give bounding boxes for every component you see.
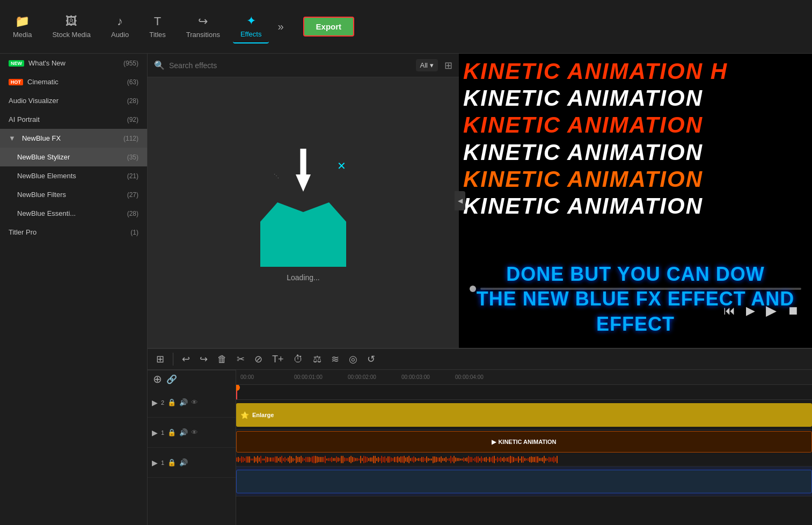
grid-icon[interactable]: ⊞ (444, 60, 452, 71)
sidebar-count-newblue-elements: (21) (127, 172, 138, 180)
clip-kinetic-label: KINETIC ANIMATION (498, 439, 556, 445)
track-volume-button-1[interactable]: 🔊 (179, 428, 188, 436)
titles-icon: T (154, 14, 161, 28)
track-lock-button-audio[interactable]: 🔒 (167, 458, 176, 466)
timeline-area: ⊞ ↩ ↪ 🗑 ✂ ⊘ T+ ⏱ ⚖ ≋ ◎ ↺ ⊕ (148, 348, 812, 525)
tl-cut-button[interactable]: ✂ (233, 352, 248, 366)
track-eye-button-1[interactable]: 👁 (191, 428, 198, 436)
track-label-1: ▶ 1 🔒 🔊 👁 (148, 418, 236, 448)
tl-redo-button[interactable]: ↪ (196, 352, 211, 366)
collapse-arrow-icon: ▼ (9, 134, 16, 142)
nav-item-effects[interactable]: ✦ Effects (233, 10, 269, 43)
sidebar-item-whats-new[interactable]: NEW What's New (955) (0, 54, 147, 72)
more-button[interactable]: » (274, 16, 287, 37)
sidebar-item-audio-visualizer[interactable]: Audio Visualizer (28) (0, 91, 147, 110)
tl-balance-button[interactable]: ⚖ (310, 352, 325, 366)
video-preview: KINETIC ANIMATION H KINETIC ANIMATION KI… (459, 54, 812, 348)
playhead[interactable] (236, 385, 237, 399)
filter-dropdown[interactable]: All ▾ (416, 59, 438, 71)
kinetic-line-5: KINETIC ANIMATION (459, 167, 812, 192)
media-icon: 📁 (15, 14, 30, 28)
filter-label: All (420, 61, 428, 69)
caption-overlay: DONE BUT YOU CAN DOW THE NEW BLUE FX EFF… (459, 262, 812, 337)
tl-loop-button[interactable]: ↺ (364, 352, 378, 366)
effects-search-bar: 🔍 All ▾ ⊞ (148, 54, 459, 77)
track-lock-button-1[interactable]: 🔒 (167, 428, 176, 436)
tl-text-button[interactable]: T+ (269, 353, 287, 366)
track-link-button[interactable]: 🔗 (166, 374, 177, 384)
nav-item-stock-media[interactable]: 🖼 Stock Media (45, 10, 98, 43)
track-row-audio[interactable] (236, 466, 812, 497)
track-row-2[interactable]: ⭐ Enlarge (236, 400, 812, 430)
track-volume-button-audio[interactable]: 🔊 (179, 458, 188, 466)
clip-enlarge[interactable]: ⭐ Enlarge (236, 403, 812, 427)
ruler-mark-2: 00:00:02:00 (348, 374, 401, 380)
track-row-empty (236, 385, 812, 400)
sidebar-label-cinematic: Cinematic (27, 78, 58, 86)
track-eye-button-2[interactable]: 👁 (191, 398, 198, 406)
tl-undo-button[interactable]: ↩ (179, 352, 193, 366)
clip-enlarge-icon: ⭐ (240, 411, 249, 419)
sidebar-item-ai-portrait[interactable]: AI Portrait (92) (0, 110, 147, 129)
track-label-2: ▶ 2 🔒 🔊 👁 (148, 388, 236, 418)
track-num-1: 1 (161, 429, 164, 436)
nav-item-titles[interactable]: T Titles (142, 10, 173, 43)
tl-timer-button[interactable]: ⏱ (290, 353, 306, 366)
sidebar-item-newblue-elements[interactable]: NewBlue Elements (21) (0, 166, 147, 185)
tl-grid-button[interactable]: ⊞ (153, 352, 167, 366)
tl-record-button[interactable]: ◎ (346, 352, 361, 366)
tl-waveform-button[interactable]: ≋ (328, 352, 342, 366)
center-right: 🔍 All ▾ ⊞ ✕ ⋱ (148, 54, 812, 525)
sidebar-item-cinematic[interactable]: HOT Cinematic (63) (0, 72, 147, 91)
sidebar-count-ai-portrait: (92) (127, 116, 138, 123)
nav-label-stock-media: Stock Media (52, 31, 91, 39)
tl-delete-button[interactable]: 🗑 (214, 353, 230, 366)
track-num-audio: 1 (161, 460, 164, 466)
export-button[interactable]: Export (303, 17, 355, 37)
sidebar-item-newblue-essenti[interactable]: NewBlue Essenti... (28) (0, 204, 147, 223)
tl-unlink-button[interactable]: ⊘ (251, 352, 266, 366)
track-row-1[interactable]: ▶ KINETIC ANIMATION (236, 430, 812, 466)
timeline-toolbar: ⊞ ↩ ↪ 🗑 ✂ ⊘ T+ ⏱ ⚖ ≋ ◎ ↺ (148, 349, 812, 370)
clip-kinetic-play-icon: ▶ (492, 439, 496, 446)
effects-preview: ✕ ⋱ Loading... (148, 77, 459, 348)
kinetic-line-2: KINETIC ANIMATION (459, 86, 812, 111)
sidebar-label-newblue-stylizer: NewBlue Stylizer (17, 153, 70, 161)
sidebar-item-newblue-stylizer[interactable]: NewBlue Stylizer (35) (0, 148, 147, 166)
sidebar-count-titler-pro: (1) (130, 229, 138, 236)
toolbar-nav: 📁 Media 🖼 Stock Media ♪ Audio T Titles ↪… (5, 10, 354, 43)
track-lock-button-2[interactable]: 🔒 (167, 398, 176, 406)
sidebar-label-newblue-filters: NewBlue Filters (17, 191, 66, 199)
clip-audio[interactable] (236, 470, 812, 493)
sidebar-label-newblue-fx: NewBlue FX (22, 134, 61, 142)
sidebar-item-newblue-fx[interactable]: ▼ NewBlue FX (112) (0, 129, 147, 148)
caption-line-2: THE NEW BLUE FX EFFECT AND (470, 287, 801, 312)
track-volume-button-2[interactable]: 🔊 (179, 398, 188, 406)
caption-line-1: DONE BUT YOU CAN DOW (470, 262, 801, 287)
sidebar-label-newblue-elements: NewBlue Elements (17, 172, 76, 180)
track-play-icon-2[interactable]: ▶ (152, 398, 158, 407)
nav-item-media[interactable]: 📁 Media (5, 10, 39, 43)
track-play-icon-1[interactable]: ▶ (152, 428, 158, 437)
playhead-circle (236, 385, 240, 391)
sidebar-item-titler-pro[interactable]: Titler Pro (1) (0, 223, 147, 242)
add-track-button[interactable]: ⊕ (153, 373, 162, 385)
clip-kinetic[interactable]: ▶ KINETIC ANIMATION (236, 431, 812, 453)
sidebar-count-audio-visualizer: (28) (127, 97, 138, 105)
caption-line-3: EFFECT (470, 312, 801, 337)
sidebar-count-cinematic: (63) (127, 78, 138, 86)
nav-item-audio[interactable]: ♪ Audio (104, 10, 136, 43)
kinetic-line-3: KINETIC ANIMATION (459, 113, 812, 137)
add-track-area: ⊕ 🔗 (148, 370, 236, 388)
panel-collapse-button[interactable]: ◀ (455, 191, 465, 210)
sparkle2-icon: ⋱ (274, 173, 279, 179)
nav-item-transitions[interactable]: ↪ Transitions (179, 10, 228, 43)
nav-label-media: Media (13, 31, 32, 39)
effects-search-input[interactable] (169, 61, 412, 70)
track-play-icon-audio[interactable]: ▶ (152, 458, 158, 467)
sidebar-count-newblue-stylizer: (35) (127, 154, 138, 161)
sidebar-count-newblue-essenti: (28) (127, 210, 138, 217)
upper-area: 🔍 All ▾ ⊞ ✕ ⋱ (148, 54, 812, 348)
sidebar-item-newblue-filters[interactable]: NewBlue Filters (27) (0, 185, 147, 204)
search-icon: 🔍 (154, 60, 165, 70)
